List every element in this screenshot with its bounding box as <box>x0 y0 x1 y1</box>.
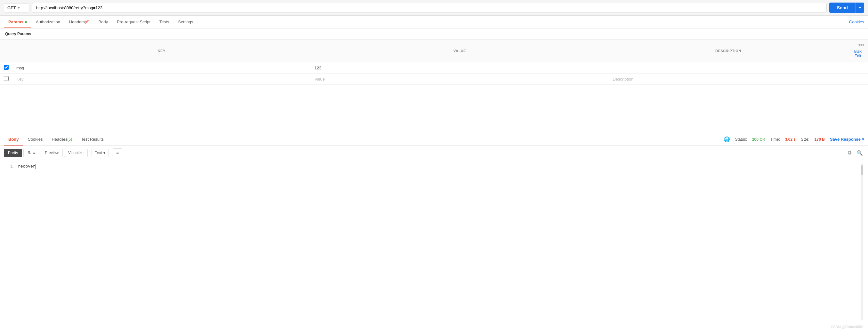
cursor <box>35 164 36 169</box>
row-value-placeholder: Value <box>314 77 324 81</box>
size-value: 170 B <box>814 137 825 142</box>
resp-tab-headers[interactable]: Headers(5) <box>47 133 76 145</box>
bulk-edit-button[interactable]: Bulk Edit <box>852 48 864 60</box>
row-description-placeholder: Description <box>613 77 633 81</box>
wrap-text-button[interactable]: ≡ <box>113 148 122 157</box>
format-visualize-button[interactable]: Visualize <box>64 149 88 157</box>
row-key: msg <box>16 66 24 70</box>
method-label: GET <box>7 5 16 10</box>
response-section: Body Cookies Headers(5) Test Results 🌐 S… <box>0 133 868 324</box>
globe-icon: 🌐 <box>724 136 730 142</box>
response-content: 1 recover <box>0 160 868 324</box>
row-key-placeholder: Key <box>16 77 23 81</box>
send-button[interactable]: Send <box>829 3 856 13</box>
query-params-section-label: Query Params <box>0 29 868 40</box>
col-header-actions: ••• Bulk Edit <box>848 40 868 62</box>
status-value: 200 OK <box>752 137 765 142</box>
url-bar: GET ▾ Send ▾ <box>0 0 868 16</box>
send-chevron-button[interactable]: ▾ <box>856 3 864 13</box>
scrollbar-thumb[interactable] <box>861 165 863 175</box>
request-empty-area <box>0 85 868 133</box>
method-chevron-icon: ▾ <box>18 6 20 9</box>
resp-tab-body[interactable]: Body <box>4 133 23 145</box>
line-numbers: 1 <box>5 164 13 320</box>
time-value: 3.02 s <box>785 137 796 142</box>
response-status-bar: 🌐 Status: 200 OK Time: 3.02 s Size: 170 … <box>724 136 864 142</box>
vertical-scrollbar[interactable] <box>861 164 863 320</box>
tab-settings[interactable]: Settings <box>174 16 197 28</box>
tab-body[interactable]: Body <box>94 16 113 28</box>
footer-watermark: CSDN @Fisher3652 <box>0 324 868 330</box>
size-label: Size: <box>801 137 809 142</box>
tab-tests[interactable]: Tests <box>155 16 174 28</box>
col-header-value: VALUE <box>310 40 609 62</box>
format-raw-button[interactable]: Raw <box>23 149 39 157</box>
tab-authorization[interactable]: Authorization <box>31 16 65 28</box>
search-response-button[interactable]: 🔍 <box>855 149 864 157</box>
copy-response-button[interactable]: ⧉ <box>846 149 852 157</box>
table-row: msg 123 <box>0 62 868 73</box>
tab-headers[interactable]: Headers(6) <box>65 16 94 28</box>
row-checkbox[interactable] <box>4 65 9 70</box>
col-header-description: DESCRIPTION <box>609 40 847 62</box>
resp-tab-test-results[interactable]: Test Results <box>76 133 108 145</box>
row-value: 123 <box>314 66 321 70</box>
more-icon[interactable]: ••• <box>859 42 864 47</box>
send-btn-group: Send ▾ <box>829 3 864 13</box>
params-table: KEY VALUE DESCRIPTION ••• Bulk Edit msg … <box>0 40 868 85</box>
time-label: Time: <box>770 137 780 142</box>
format-pretty-button[interactable]: Pretty <box>4 149 22 157</box>
col-header-key: KEY <box>12 40 310 62</box>
col-header-check <box>0 40 12 62</box>
format-type-selector[interactable]: Text ▾ <box>92 149 109 157</box>
format-type-label: Text <box>95 151 102 155</box>
row-checkbox-empty[interactable] <box>4 76 9 81</box>
table-row: Key Value Description <box>0 73 868 85</box>
response-tabs: Body Cookies Headers(5) Test Results 🌐 S… <box>0 133 868 146</box>
format-type-chevron: ▾ <box>103 151 105 155</box>
cookies-link[interactable]: Cookies <box>849 20 864 24</box>
format-preview-button[interactable]: Preview <box>41 149 63 157</box>
url-input[interactable] <box>32 3 827 13</box>
save-response-button[interactable]: Save Response ▾ <box>830 137 864 142</box>
params-dot <box>25 21 27 23</box>
response-actions: ⧉ 🔍 <box>846 149 864 157</box>
method-selector[interactable]: GET ▾ <box>4 3 29 12</box>
response-code: recover <box>18 164 856 320</box>
request-tabs: Params Authorization Headers(6) Body Pre… <box>0 16 868 29</box>
resp-tab-cookies[interactable]: Cookies <box>23 133 48 145</box>
response-format-bar: Pretty Raw Preview Visualize Text ▾ ≡ ⧉ … <box>0 146 868 160</box>
tab-params[interactable]: Params <box>4 16 31 28</box>
status-label: Status: <box>735 137 747 142</box>
tab-pre-request-script[interactable]: Pre-request Script <box>112 16 155 28</box>
